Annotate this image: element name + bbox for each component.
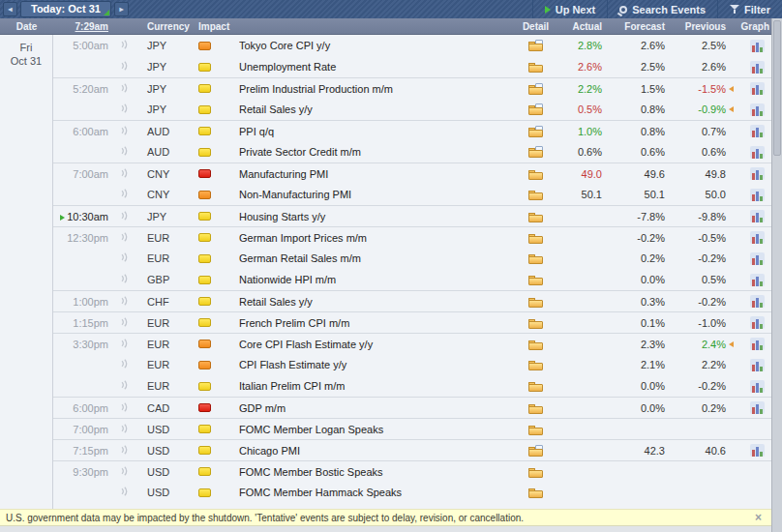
search-events-button[interactable]: Search Events	[607, 0, 717, 18]
detail-folder-icon[interactable]	[528, 424, 543, 435]
event-row: CNY Non-Manufacturing PMI 50.1 50.1 50.0	[53, 184, 771, 205]
detail-cell	[510, 296, 561, 308]
detail-cell	[510, 40, 561, 51]
graph-icon[interactable]	[750, 146, 765, 159]
detail-folder-icon[interactable]	[528, 126, 543, 137]
event-row: JPY Retail Sales y/y 0.5% 0.8% -0.9%	[53, 99, 771, 120]
detail-folder-icon[interactable]	[528, 61, 543, 73]
graph-icon[interactable]	[750, 125, 765, 137]
previous-value: 2.6%	[665, 61, 726, 73]
detail-folder-icon[interactable]	[528, 168, 543, 180]
graph-cell	[739, 487, 771, 499]
detail-cell	[510, 424, 561, 435]
graph-icon[interactable]	[750, 61, 765, 74]
graph-icon[interactable]	[750, 444, 765, 457]
up-next-button[interactable]: Up Next	[532, 0, 608, 18]
graph-icon[interactable]	[750, 231, 765, 244]
detail-folder-icon[interactable]	[528, 252, 543, 264]
graph-icon[interactable]	[750, 82, 765, 95]
detail-folder-icon[interactable]	[528, 40, 543, 51]
event-title-link[interactable]: Nationwide HPI m/m	[239, 274, 510, 285]
detail-folder-icon[interactable]	[528, 211, 543, 222]
graph-icon[interactable]	[750, 401, 765, 414]
event-title-link[interactable]: FOMC Member Bostic Speaks	[239, 466, 510, 478]
graph-cell	[739, 252, 771, 265]
next-day-button[interactable]: ▸	[114, 2, 129, 16]
event-title-link[interactable]: Retail Sales y/y	[239, 296, 510, 308]
impact-cell	[188, 254, 239, 263]
detail-cell	[510, 339, 561, 350]
detail-folder-icon[interactable]	[528, 146, 543, 158]
graph-icon[interactable]	[750, 167, 765, 180]
event-title-link[interactable]: Private Sector Credit m/m	[239, 146, 510, 158]
detail-folder-icon[interactable]	[528, 487, 543, 498]
detail-folder-icon[interactable]	[528, 274, 543, 285]
graph-icon[interactable]	[750, 295, 765, 308]
detail-folder-icon[interactable]	[528, 296, 543, 308]
event-row: 10:30am JPY Housing Starts y/y -7.8% -9.…	[53, 205, 771, 226]
detail-folder-icon[interactable]	[528, 232, 543, 244]
graph-icon[interactable]	[750, 210, 765, 222]
close-icon[interactable]: ×	[755, 511, 766, 524]
event-title-link[interactable]: Core CPI Flash Estimate y/y	[239, 339, 510, 350]
detail-folder-icon[interactable]	[528, 445, 543, 457]
detail-cell	[510, 103, 561, 115]
scrollbar-thumb[interactable]	[773, 20, 781, 156]
event-row: 12:30pm EUR German Import Prices m/m -0.…	[53, 226, 771, 248]
event-title-link[interactable]: Italian Prelim CPI m/m	[239, 380, 510, 392]
graph-icon[interactable]	[750, 274, 765, 286]
event-title-link[interactable]: Tokyo Core CPI y/y	[239, 40, 510, 51]
graph-icon[interactable]	[750, 316, 765, 329]
event-title-link[interactable]: Unemployment Rate	[239, 61, 510, 73]
graph-icon[interactable]	[750, 338, 765, 350]
previous-value: -0.2%	[665, 252, 726, 264]
detail-folder-icon[interactable]	[528, 339, 543, 350]
event-title-link[interactable]: FOMC Member Logan Speaks	[239, 424, 510, 435]
event-title-link[interactable]: German Retail Sales m/m	[239, 252, 510, 264]
today-button[interactable]: Today: Oct 31	[20, 1, 111, 17]
detail-folder-icon[interactable]	[528, 402, 543, 414]
event-row: EUR Italian Prelim CPI m/m 0.0% -0.2%	[53, 375, 771, 397]
event-title-link[interactable]: GDP m/m	[239, 402, 510, 414]
detail-folder-icon[interactable]	[528, 380, 543, 392]
graph-cell	[739, 465, 771, 478]
detail-folder-icon[interactable]	[528, 83, 543, 95]
event-title-link[interactable]: French Prelim CPI m/m	[239, 317, 510, 329]
detail-folder-icon[interactable]	[528, 103, 543, 115]
impact-icon	[198, 127, 211, 135]
graph-icon[interactable]	[750, 380, 765, 393]
event-title-link[interactable]: Prelim Industrial Production m/m	[239, 83, 510, 95]
detail-folder-icon[interactable]	[528, 317, 543, 329]
impact-icon	[198, 148, 211, 157]
graph-cell	[739, 231, 771, 244]
event-title-link[interactable]: Non-Manufacturing PMI	[239, 189, 510, 200]
vertical-scrollbar[interactable]	[771, 18, 782, 532]
graph-cell	[739, 167, 771, 180]
event-title-link[interactable]: FOMC Member Hammack Speaks	[239, 487, 510, 498]
current-time-link[interactable]: 7:29am	[53, 21, 108, 32]
detail-folder-icon[interactable]	[528, 359, 543, 370]
filter-button[interactable]: Filter	[717, 0, 782, 18]
graph-icon[interactable]	[750, 103, 765, 116]
prev-day-button[interactable]: ◂	[3, 2, 17, 16]
graph-icon[interactable]	[750, 189, 765, 201]
previous-value: 2.2%	[665, 359, 726, 370]
impact-icon	[198, 403, 211, 412]
calendar-body: Fri Oct 31 5:00am JPY Tokyo Core CPI y/y…	[0, 35, 771, 509]
event-title-link[interactable]: PPI q/q	[239, 126, 510, 137]
detail-folder-icon[interactable]	[528, 189, 543, 200]
event-title-link[interactable]: Housing Starts y/y	[239, 211, 510, 222]
detail-folder-icon[interactable]	[528, 466, 543, 478]
graph-icon[interactable]	[750, 40, 765, 52]
detail-cell	[510, 466, 561, 478]
graph-icon[interactable]	[750, 359, 765, 371]
event-title-link[interactable]: Chicago PMI	[239, 445, 510, 457]
event-title-link[interactable]: German Import Prices m/m	[239, 232, 510, 244]
alert-speaker-icon	[108, 103, 137, 115]
event-title-link[interactable]: CPI Flash Estimate y/y	[239, 359, 510, 370]
event-title-link[interactable]: Manufacturing PMI	[239, 168, 510, 180]
event-title-link[interactable]: Retail Sales y/y	[239, 103, 510, 115]
graph-icon[interactable]	[750, 252, 765, 265]
detail-cell	[510, 274, 561, 285]
graph-cell	[739, 82, 771, 95]
